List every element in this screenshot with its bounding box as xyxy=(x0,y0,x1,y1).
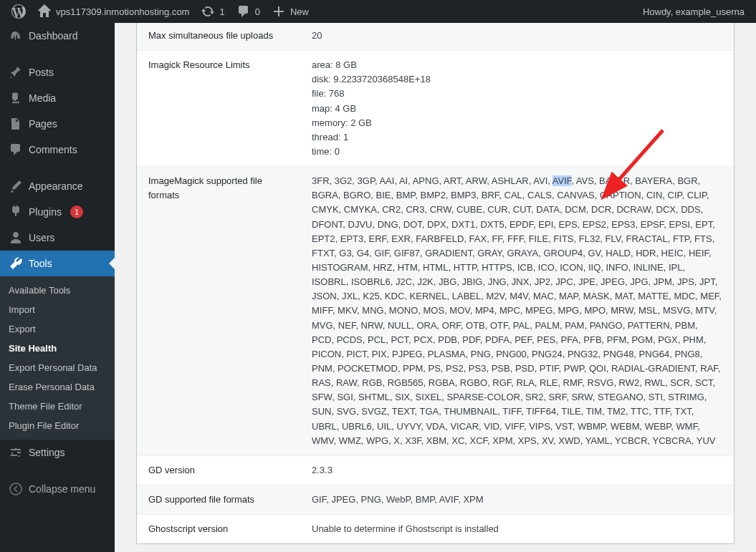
menu-dashboard[interactable]: Dashboard xyxy=(0,23,115,49)
brush-icon xyxy=(9,179,23,193)
plus-icon xyxy=(272,4,286,19)
comment-icon xyxy=(236,4,251,19)
row-label-imagick-formats: ImageMagick supported file formats xyxy=(137,167,300,456)
menu-label: Appearance xyxy=(29,180,83,192)
menu-label: Pages xyxy=(29,118,57,130)
menu-label: Users xyxy=(29,232,55,243)
pages-icon xyxy=(9,117,23,131)
plug-icon xyxy=(9,205,23,219)
new-content[interactable]: New xyxy=(266,0,315,23)
tools-submenu: Available Tools Import Export Site Healt… xyxy=(0,276,115,440)
menu-settings[interactable]: Settings xyxy=(0,440,115,465)
update-icon xyxy=(201,4,215,19)
updates-count: 1 xyxy=(219,6,224,17)
submenu-theme-file-editor[interactable]: Theme File Editor xyxy=(0,397,115,416)
menu-label: Collapse menu xyxy=(29,483,95,495)
menu-label: Comments xyxy=(29,144,77,155)
dashboard-icon xyxy=(9,29,23,43)
site-name-text: vps117309.inmotionhosting.com xyxy=(56,6,189,17)
submenu-available-tools[interactable]: Available Tools xyxy=(0,281,115,300)
plugins-badge: 1 xyxy=(70,205,83,218)
row-label-imagick-limits: Imagick Resource Limits xyxy=(137,51,300,167)
submenu-site-health[interactable]: Site Health xyxy=(0,339,115,358)
submenu-export-personal-data[interactable]: Export Personal Data xyxy=(0,358,115,377)
menu-plugins[interactable]: Plugins 1 xyxy=(0,199,115,225)
row-value-max-uploads: 20 xyxy=(300,23,734,51)
home-icon xyxy=(37,4,52,19)
admin-bar: vps117309.inmotionhosting.com 1 0 New Ho… xyxy=(0,0,756,23)
highlighted-avif: AVIF xyxy=(552,175,572,186)
updates[interactable]: 1 xyxy=(195,0,230,23)
submenu-export[interactable]: Export xyxy=(0,319,115,339)
menu-media[interactable]: Media xyxy=(0,85,115,111)
comments-icon xyxy=(9,142,23,157)
collapse-menu[interactable]: Collapse menu xyxy=(0,476,115,502)
site-name[interactable]: vps117309.inmotionhosting.com xyxy=(32,0,195,23)
wrench-icon xyxy=(9,256,23,271)
row-label-max-uploads: Max simultaneous file uploads xyxy=(137,23,300,51)
admin-sidebar: Dashboard Posts Media Pages Comments App… xyxy=(0,23,115,552)
menu-label: Media xyxy=(29,92,56,104)
submenu-import[interactable]: Import xyxy=(0,300,115,319)
pin-icon xyxy=(9,65,23,79)
menu-label: Posts xyxy=(29,67,54,78)
menu-tools[interactable]: Tools xyxy=(0,251,115,276)
settings-icon xyxy=(9,445,23,460)
menu-appearance[interactable]: Appearance xyxy=(0,173,115,199)
row-value-gd-formats: GIF, JPEG, PNG, WebP, BMP, AVIF, XPM xyxy=(300,485,734,514)
row-value-ghostscript: Unable to determine if Ghostscript is in… xyxy=(300,515,734,544)
comments[interactable]: 0 xyxy=(231,0,266,23)
row-label-gd-version: GD version xyxy=(137,455,300,485)
row-value-imagick-formats: 3FR, 3G2, 3GP, AAI, AI, APNG, ART, ARW, … xyxy=(300,167,734,456)
row-label-gd-formats: GD supported file formats xyxy=(137,485,300,514)
media-icon xyxy=(9,91,23,105)
row-label-ghostscript: Ghostscript version xyxy=(137,515,300,544)
comments-count: 0 xyxy=(255,6,260,17)
my-account[interactable]: Howdy, example_userna xyxy=(637,0,750,23)
user-icon xyxy=(9,231,23,245)
content-area: Max simultaneous file uploads 20 Imagick… xyxy=(115,23,756,552)
wordpress-icon xyxy=(11,4,26,19)
menu-label: Plugins xyxy=(29,206,62,218)
menu-posts[interactable]: Posts xyxy=(0,59,115,85)
submenu-erase-personal-data[interactable]: Erase Personal Data xyxy=(0,377,115,397)
submenu-plugin-file-editor[interactable]: Plugin File Editor xyxy=(0,416,115,435)
collapse-icon xyxy=(9,482,23,496)
menu-pages[interactable]: Pages xyxy=(0,111,115,137)
menu-label: Tools xyxy=(29,258,52,269)
row-value-gd-version: 2.3.3 xyxy=(300,455,734,485)
menu-comments[interactable]: Comments xyxy=(0,137,115,163)
row-value-imagick-limits: area: 8 GB disk: 9.2233720368548E+18 fil… xyxy=(300,51,734,167)
wp-logo[interactable] xyxy=(6,0,32,23)
menu-label: Settings xyxy=(29,447,65,458)
new-text: New xyxy=(290,6,309,17)
menu-label: Dashboard xyxy=(29,30,78,42)
svg-point-0 xyxy=(10,483,21,495)
site-health-info-table: Max simultaneous file uploads 20 Imagick… xyxy=(136,23,735,544)
menu-users[interactable]: Users xyxy=(0,225,115,251)
howdy-text: Howdy, example_userna xyxy=(643,6,745,17)
